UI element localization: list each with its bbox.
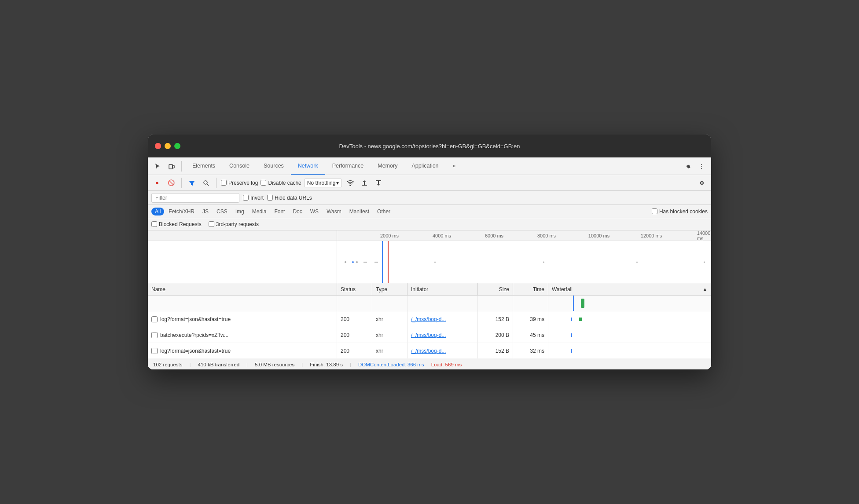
timeline-container: 2000 ms 4000 ms 6000 ms 8000 ms 10000 ms… — [148, 230, 711, 283]
td-type-1: xhr — [372, 311, 407, 327]
dom-content-loaded-line — [382, 241, 383, 283]
type-filter-right: Has blocked cookies — [652, 208, 708, 215]
type-btn-doc[interactable]: Doc — [289, 208, 305, 215]
third-party-checkbox[interactable]: 3rd-party requests — [209, 221, 259, 227]
search-icon[interactable] — [200, 177, 212, 189]
cursor-icon[interactable] — [151, 160, 164, 172]
filter-icon[interactable] — [186, 177, 198, 189]
has-blocked-cookies-checkbox[interactable]: Has blocked cookies — [652, 208, 708, 215]
td-size-2: 200 B — [478, 327, 513, 343]
filter-input[interactable] — [151, 193, 239, 203]
tab-more[interactable]: » — [446, 157, 463, 175]
device-toolbar-icon[interactable] — [165, 160, 178, 172]
main-toolbar: Elements Console Sources Network Perform… — [148, 157, 711, 175]
td-initiator-2[interactable]: /_/mss/boq-d... — [407, 327, 478, 343]
tab-performance[interactable]: Performance — [325, 157, 371, 175]
type-btn-manifest[interactable]: Manifest — [346, 208, 373, 215]
type-btn-ws[interactable]: WS — [307, 208, 322, 215]
invert-checkbox[interactable]: Invert — [243, 195, 264, 201]
tab-application[interactable]: Application — [404, 157, 445, 175]
devtools-panel: Elements Console Sources Network Perform… — [148, 157, 711, 369]
throttle-select[interactable]: No throttling ▾ — [304, 179, 342, 187]
record-button[interactable]: ● — [151, 177, 163, 189]
timeline-body — [148, 241, 711, 283]
wifi-icon[interactable] — [345, 177, 356, 189]
td-size-3: 152 B — [478, 343, 513, 358]
timeline-dot — [363, 262, 367, 263]
td-time-empty — [513, 296, 548, 311]
timeline-dot — [345, 261, 346, 263]
th-name[interactable]: Name — [148, 283, 337, 295]
td-waterfall-markers — [548, 296, 711, 311]
download-icon[interactable] — [373, 177, 384, 189]
close-button[interactable] — [155, 143, 161, 149]
type-btn-img[interactable]: Img — [232, 208, 248, 215]
type-btn-all[interactable]: All — [151, 208, 164, 215]
th-time[interactable]: Time — [513, 283, 548, 295]
th-size[interactable]: Size — [478, 283, 513, 295]
type-btn-font[interactable]: Font — [271, 208, 288, 215]
traffic-lights — [155, 143, 180, 149]
th-type[interactable]: Type — [372, 283, 407, 295]
window-title: DevTools - news.google.com/topstories?hl… — [339, 143, 520, 150]
toolbar-divider-3 — [216, 178, 217, 188]
timeline-dot — [636, 262, 638, 263]
preserve-log-checkbox[interactable]: Preserve log — [221, 180, 258, 186]
timeline-dot — [434, 262, 436, 263]
clear-button[interactable]: 🚫 — [165, 177, 177, 189]
type-btn-css[interactable]: CSS — [213, 208, 231, 215]
td-status-3: 200 — [337, 343, 372, 358]
hide-data-urls-checkbox[interactable]: Hide data URLs — [267, 195, 312, 201]
td-initiator-1[interactable]: /_/mss/boq-d... — [407, 311, 478, 327]
type-btn-fetch-xhr[interactable]: Fetch/XHR — [165, 208, 198, 215]
timeline-header: 2000 ms 4000 ms 6000 ms 8000 ms 10000 ms… — [148, 230, 711, 241]
th-waterfall[interactable]: Waterfall ▲ — [548, 283, 711, 295]
td-initiator-3[interactable]: /_/mss/boq-d... — [407, 343, 478, 358]
settings-icon[interactable] — [681, 160, 694, 172]
tick-6000: 6000 ms — [485, 233, 503, 238]
load-time: Load: 569 ms — [431, 362, 462, 367]
type-btn-other[interactable]: Other — [374, 208, 394, 215]
svg-line-3 — [207, 184, 209, 186]
upload-icon[interactable] — [359, 177, 370, 189]
svg-point-2 — [204, 181, 207, 184]
tab-elements[interactable]: Elements — [185, 157, 222, 175]
td-type-3: xhr — [372, 343, 407, 358]
tab-sources[interactable]: Sources — [257, 157, 291, 175]
tab-console[interactable]: Console — [222, 157, 257, 175]
td-type-2: xhr — [372, 327, 407, 343]
row-checkbox-3[interactable] — [151, 348, 158, 354]
table-row[interactable]: batchexecute?rpcids=xZTw... 200 xhr /_/m… — [148, 327, 711, 343]
tab-network[interactable]: Network — [291, 157, 325, 175]
sort-arrow-icon: ▲ — [703, 287, 707, 292]
load-line — [388, 241, 389, 283]
th-status[interactable]: Status — [337, 283, 372, 295]
type-btn-js[interactable]: JS — [199, 208, 212, 215]
td-time-3: 32 ms — [513, 343, 548, 358]
tab-memory[interactable]: Memory — [371, 157, 404, 175]
type-btn-wasm[interactable]: Wasm — [323, 208, 345, 215]
td-name-2: batchexecute?rpcids=xZTw... — [148, 327, 337, 343]
disable-cache-checkbox[interactable]: Disable cache — [261, 180, 301, 186]
svg-point-4 — [350, 185, 351, 186]
blocked-requests-checkbox[interactable]: Blocked Requests — [151, 221, 202, 227]
row-checkbox-2[interactable] — [151, 332, 158, 338]
more-options-icon[interactable]: ⋮ — [695, 160, 708, 172]
toolbar-divider-1 — [181, 161, 182, 172]
th-initiator[interactable]: Initiator — [407, 283, 478, 295]
minimize-button[interactable] — [165, 143, 171, 149]
maximize-button[interactable] — [174, 143, 180, 149]
tick-4000: 4000 ms — [433, 233, 451, 238]
blocked-requests-row: Blocked Requests 3rd-party requests — [148, 218, 711, 230]
timeline-chart[interactable] — [337, 241, 711, 283]
row-checkbox-1[interactable] — [151, 316, 158, 322]
filter-bar: Invert Hide data URLs — [148, 191, 711, 205]
wf-blue-line — [573, 296, 574, 311]
table-row[interactable]: log?format=json&hasfast=true 200 xhr /_/… — [148, 311, 711, 327]
table-row[interactable]: log?format=json&hasfast=true 200 xhr /_/… — [148, 343, 711, 359]
network-settings-icon[interactable] — [696, 177, 708, 189]
td-status-empty — [337, 296, 372, 311]
timeline-dot — [704, 262, 705, 263]
transferred-size: 410 kB transferred — [198, 362, 240, 367]
type-btn-media[interactable]: Media — [249, 208, 270, 215]
